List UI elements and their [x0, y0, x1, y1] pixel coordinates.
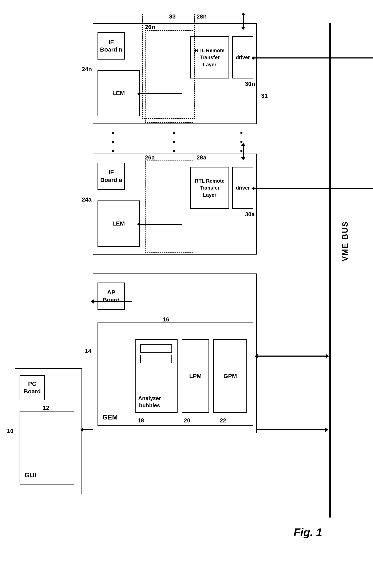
if-board-n-box: IF Board n — [98, 32, 125, 60]
ap-board-container: 14 AP Board GEM 16 Analyzer bubbles 18 L… — [93, 273, 257, 433]
driver-a-box: driver — [232, 167, 253, 209]
rtl-a-label: RTL Remote Transfer Layer — [195, 177, 225, 199]
dashed-26n — [145, 30, 193, 123]
if-board-a-container: 24a IF Board a LEM 26a RTL Remote Transf… — [93, 154, 257, 254]
gui-label: GUI — [24, 471, 36, 480]
ref-28n: 28n — [197, 13, 207, 20]
gem-label: GEM — [102, 413, 118, 422]
lpm-box: LPM — [182, 339, 209, 413]
analyzer-label: Analyzer bubbles — [138, 395, 161, 409]
gem-vme-arrow — [258, 356, 326, 357]
ref-18: 18 — [138, 417, 144, 424]
lpm-label: LPM — [189, 372, 202, 380]
driver-n-vert-arrow — [243, 15, 244, 27]
ref-22: 22 — [220, 417, 226, 424]
dots-right: ••• — [240, 128, 243, 156]
lem-n-label: LEM — [112, 89, 125, 97]
driver-n-box: driver — [232, 36, 253, 78]
driver-a-vme-arrow — [254, 188, 373, 189]
rtl-n-box: RTL Remote Transfer Layer — [190, 36, 229, 78]
small-rect-2 — [140, 355, 172, 363]
ref-30n: 30n — [245, 81, 255, 87]
gpm-label: GPM — [223, 372, 237, 380]
fig-label: Fig. 1 — [294, 526, 322, 539]
if-board-n-container: 24n IF Board n LEM 26n 33 RTL Remote Tra… — [93, 23, 257, 124]
ref-30a: 30a — [245, 211, 255, 218]
driver-a-vert-arrow — [243, 146, 244, 157]
lem-a-box: LEM — [98, 200, 140, 247]
if-board-a-box: IF Board a — [98, 163, 125, 190]
pc-board-label: PC Board — [24, 380, 41, 396]
ref-12: 12 — [43, 405, 49, 411]
ref-16: 16 — [163, 316, 169, 323]
gpm-box: GPM — [213, 339, 247, 413]
lem-a-arrow — [140, 224, 182, 225]
if-board-n-label: IF Board n — [100, 38, 122, 54]
ref-14: 14 — [85, 348, 91, 355]
gui-box: GUI — [20, 411, 74, 484]
vme-bus-label: VME BUS — [341, 221, 350, 261]
vme-bus-line — [329, 23, 331, 517]
pc-board-container: 10 PC Board GUI 12 — [15, 368, 82, 494]
ref-26n: 26n — [145, 24, 155, 31]
gem-arrow-left — [94, 301, 132, 302]
driver-a-label: driver — [236, 185, 250, 191]
ap-board-box: AP Board — [98, 283, 125, 310]
ref-26a: 26a — [145, 154, 155, 161]
driver-n-label: driver — [236, 54, 250, 61]
lem-n-box: LEM — [98, 70, 140, 116]
dashed-26a — [145, 160, 193, 253]
rtl-n-label: RTL Remote Transfer Layer — [195, 47, 225, 68]
ref-28a: 28a — [197, 154, 206, 161]
ref-31: 31 — [261, 93, 268, 99]
ref-10: 10 — [7, 428, 13, 434]
dots-left: ••• — [112, 128, 114, 156]
ref-24n: 24n — [82, 66, 92, 73]
analyzer-box: Analyzer bubbles — [135, 339, 177, 413]
ref-33: 33 — [169, 13, 176, 20]
driver-n-vme-arrow — [254, 57, 373, 59]
dots-middle: ••• — [173, 128, 176, 156]
ref-20: 20 — [184, 417, 190, 424]
small-rect-1 — [140, 344, 172, 353]
diagram-container: VME BUS 10 PC Board GUI 12 14 AP Board G… — [8, 10, 356, 568]
lem-a-label: LEM — [112, 220, 125, 227]
pc-board-box: PC Board — [20, 375, 45, 400]
lem-n-arrow — [140, 93, 182, 94]
if-board-a-label: IF Board a — [100, 169, 122, 184]
ref-24a: 24a — [82, 196, 92, 203]
rtl-a-box: RTL Remote Transfer Layer — [190, 167, 229, 209]
